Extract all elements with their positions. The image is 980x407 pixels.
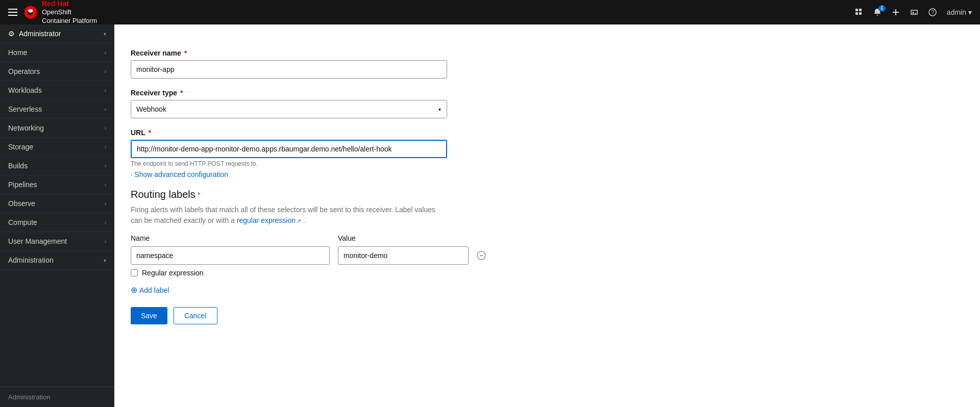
- url-input[interactable]: [131, 140, 447, 158]
- admin-user-menu[interactable]: admin ▾: [947, 8, 972, 16]
- sidebar-workloads-label: Workloads: [8, 86, 42, 94]
- regex-checkbox-label[interactable]: Regular expression: [142, 269, 204, 277]
- main-content: Receiver name * Receiver type * Webhook …: [114, 24, 980, 407]
- cog-icon: ⚙: [8, 30, 15, 38]
- form-button-group: Save Cancel: [131, 307, 964, 324]
- remove-label-button[interactable]: [477, 251, 486, 260]
- add-label-link[interactable]: ⊕ Add label: [131, 285, 964, 295]
- brand-logo-area: Red Hat OpenShift Container Platform: [23, 0, 97, 26]
- sidebar-storage-label: Storage: [8, 143, 33, 151]
- sidebar-item-storage[interactable]: Storage ›: [0, 138, 114, 157]
- networking-chevron-right-icon: ›: [105, 125, 106, 131]
- url-hint: The endpoint to send HTTP POST requests …: [131, 160, 964, 167]
- receiver-type-label: Receiver type *: [131, 89, 964, 97]
- terminal-icon[interactable]: [910, 8, 918, 16]
- receiver-type-select-wrapper: Webhook PagerDuty Email Slack ▾: [131, 100, 447, 118]
- receiver-name-input[interactable]: [131, 60, 447, 79]
- sidebar-item-compute[interactable]: Compute ›: [0, 213, 114, 232]
- sidebar: ⚙ Administrator ▾ Home › Operators › Wor…: [0, 24, 114, 407]
- regular-expression-link[interactable]: regular expression↗: [237, 216, 303, 224]
- routing-labels-desc: Firing alerts with labels that match all…: [131, 205, 447, 226]
- url-group: URL * The endpoint to send HTTP POST req…: [131, 129, 964, 179]
- url-required: *: [146, 129, 151, 137]
- sidebar-item-networking[interactable]: Networking ›: [0, 119, 114, 138]
- sidebar-item-workloads[interactable]: Workloads ›: [0, 81, 114, 100]
- svg-rect-4: [859, 12, 862, 15]
- sidebar-role-label: Administrator: [19, 30, 61, 38]
- sidebar-item-observe[interactable]: Observe ›: [0, 194, 114, 213]
- sidebar-item-user-management[interactable]: User Management ›: [0, 232, 114, 251]
- sidebar-observe-label: Observe: [8, 199, 35, 208]
- grid-icon[interactable]: [855, 8, 863, 16]
- routing-labels-title: Routing labels *: [131, 189, 964, 200]
- workloads-chevron-right-icon: ›: [105, 88, 106, 93]
- svg-rect-3: [855, 12, 858, 15]
- sidebar-item-operators[interactable]: Operators ›: [0, 62, 114, 81]
- home-chevron-right-icon: ›: [105, 50, 106, 56]
- sidebar-home-label: Home: [8, 48, 27, 57]
- label-row: [131, 246, 964, 265]
- sidebar-role-selector[interactable]: ⚙ Administrator ▾: [0, 24, 114, 43]
- sidebar-item-builds[interactable]: Builds ›: [0, 157, 114, 175]
- sidebar-user-management-label: User Management: [8, 237, 67, 245]
- receiver-name-label: Receiver name *: [131, 49, 964, 57]
- admin-chevron-down-icon: ▾: [104, 258, 106, 263]
- svg-rect-1: [855, 9, 858, 11]
- receiver-type-group: Receiver type * Webhook PagerDuty Email …: [131, 89, 964, 118]
- svg-rect-2: [859, 9, 862, 11]
- advanced-config-label: Show advanced configuration: [134, 170, 228, 179]
- notification-bell-icon[interactable]: 6: [873, 8, 881, 16]
- top-navigation: Red Hat OpenShift Container Platform 6 ?…: [0, 0, 980, 24]
- receiver-type-required: *: [178, 89, 183, 97]
- serverless-chevron-right-icon: ›: [105, 107, 106, 112]
- routing-labels-group: Routing labels * Firing alerts with labe…: [131, 189, 964, 295]
- pipelines-chevron-right-icon: ›: [105, 182, 106, 188]
- sidebar-networking-label: Networking: [8, 124, 44, 132]
- sidebar-item-administration[interactable]: Administration ▾: [0, 251, 114, 270]
- receiver-name-group: Receiver name *: [131, 49, 964, 79]
- url-label: URL *: [131, 129, 964, 137]
- name-column-header: Name: [131, 234, 330, 242]
- brand-openshift: OpenShift: [42, 8, 97, 17]
- sidebar-bottom-label: Administration: [0, 387, 114, 407]
- operators-chevron-right-icon: ›: [105, 69, 106, 74]
- sidebar-serverless-label: Serverless: [8, 105, 42, 113]
- sidebar-compute-label: Compute: [8, 218, 37, 226]
- regex-checkbox-row: Regular expression: [131, 269, 964, 277]
- plus-icon[interactable]: [892, 8, 900, 16]
- help-icon[interactable]: ?: [928, 8, 937, 16]
- labels-column-headers: Name Value: [131, 234, 964, 242]
- brand-platform: Container Platform: [42, 17, 97, 26]
- add-label-plus-icon: ⊕: [131, 285, 137, 295]
- role-chevron-down-icon: ▾: [104, 31, 106, 37]
- admin-dropdown-icon: ▾: [968, 8, 972, 16]
- external-link-icon: ↗: [297, 218, 301, 224]
- advanced-chevron-right-icon: ›: [131, 172, 132, 177]
- svg-text:?: ?: [931, 10, 934, 15]
- save-button[interactable]: Save: [131, 307, 167, 324]
- brand-redhat: Red Hat: [42, 0, 97, 8]
- user-mgmt-chevron-right-icon: ›: [105, 239, 106, 244]
- storage-chevron-right-icon: ›: [105, 144, 106, 150]
- regex-checkbox[interactable]: [131, 269, 138, 276]
- value-column-header: Value: [338, 234, 481, 242]
- cancel-button[interactable]: Cancel: [174, 307, 217, 324]
- sidebar-item-home[interactable]: Home ›: [0, 43, 114, 62]
- sidebar-operators-label: Operators: [8, 67, 40, 75]
- show-advanced-config-link[interactable]: › Show advanced configuration: [131, 170, 964, 179]
- redhat-logo-icon: [23, 5, 38, 19]
- label-name-input[interactable]: [131, 246, 330, 265]
- add-label-text: Add label: [139, 286, 169, 294]
- sidebar-item-serverless[interactable]: Serverless ›: [0, 100, 114, 119]
- compute-chevron-right-icon: ›: [105, 220, 106, 225]
- notification-badge: 6: [878, 5, 886, 12]
- sidebar-pipelines-label: Pipelines: [8, 181, 37, 189]
- sidebar-item-pipelines[interactable]: Pipelines ›: [0, 175, 114, 194]
- builds-chevron-right-icon: ›: [105, 163, 106, 169]
- receiver-type-select[interactable]: Webhook PagerDuty Email Slack: [131, 100, 447, 118]
- observe-chevron-right-icon: ›: [105, 201, 106, 207]
- label-value-input[interactable]: [338, 246, 469, 265]
- sidebar-administration-label: Administration: [8, 256, 54, 264]
- admin-username: admin: [947, 8, 966, 16]
- hamburger-menu[interactable]: [8, 9, 17, 16]
